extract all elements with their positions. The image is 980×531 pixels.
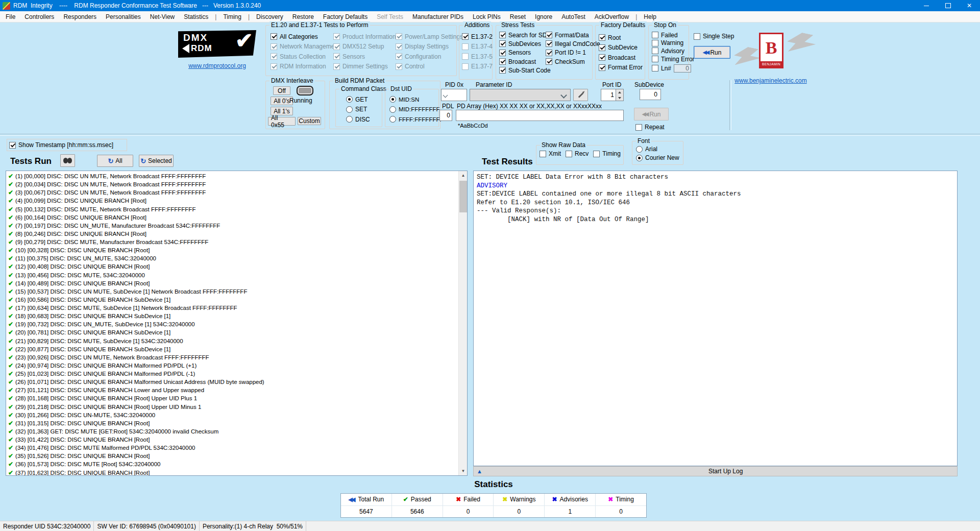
startup-log-bar[interactable]: ▲ Start Up Log [473, 466, 958, 476]
test-category-checkbox[interactable]: DMX512 Setup [333, 42, 396, 52]
test-category-checkbox[interactable]: Display Settings [396, 42, 463, 52]
stress-test-checkbox[interactable]: Illegal CmdCode [546, 39, 600, 48]
menu-item[interactable]: AutoTest [557, 11, 590, 22]
test-run-item[interactable]: ✔ (15) [00,537] DISC: DISC UN MUTE, SubD… [6, 287, 467, 296]
test-run-item[interactable]: ✔ (36) [01,573] DISC: DISC MUTE [Root] 5… [6, 460, 467, 468]
command-class-radio[interactable]: SET [346, 105, 370, 115]
test-run-item[interactable]: ✔ (3) [00,067] DISC: DISC UN MUTE, Netwo… [6, 188, 467, 197]
test-run-item[interactable]: ✔ (25) [01,023] DISC: DISC UNIQUE BRANCH… [6, 370, 467, 378]
rerun-all-button[interactable]: ↻ All [97, 155, 133, 167]
test-run-item[interactable]: ✔ (32) [01,363] GET: DISC MUTE [GET:Root… [6, 427, 467, 436]
addition-checkbox[interactable]: E1.37-7 [462, 62, 493, 72]
rerun-selected-button[interactable]: ↻ Selected [139, 155, 174, 167]
test-run-item[interactable]: ✔ (9) [00,279] DISC: DISC MUTE, Manufact… [6, 238, 467, 246]
test-run-item[interactable]: ✔ (37) [01,623] DISC: DISC UNIQUE BRANCH… [6, 469, 467, 476]
parameter-edit-button[interactable] [573, 89, 588, 101]
menu-item[interactable]: Reset [505, 11, 530, 22]
port-id-stepper[interactable] [601, 89, 624, 101]
test-run-item[interactable]: ✔ (16) [00,586] DISC: DISC UNIQUE BRANCH… [6, 296, 467, 304]
test-run-item[interactable]: ✔ (12) [00,408] DISC: DISC UNIQUE BRANCH… [6, 262, 467, 271]
test-run-item[interactable]: ✔ (28) [01,168] DISC: DISC UNIQUE BRANCH… [6, 394, 467, 402]
test-category-checkbox[interactable]: Configuration [396, 52, 463, 62]
menu-item[interactable]: Restore [288, 11, 318, 22]
stress-test-checkbox[interactable]: CheckSum [546, 57, 600, 66]
minimize-button[interactable] [916, 0, 937, 11]
test-run-item[interactable]: ✔ (24) [00,974] DISC: DISC UNIQUE BRANCH… [6, 361, 467, 370]
interleave-button[interactable]: All 0x55 [268, 117, 296, 126]
menu-item[interactable]: | [246, 11, 252, 22]
subdevice-field[interactable] [640, 89, 661, 100]
test-run-item[interactable]: ✔ (13) [00,456] DISC: DISC MUTE, 534C:32… [6, 271, 467, 279]
test-category-checkbox[interactable]: RDM Information [271, 62, 339, 72]
addition-checkbox[interactable]: E1.37-5 [462, 52, 493, 62]
interleave-button[interactable]: Off [273, 86, 290, 95]
command-class-radio[interactable]: GET [346, 94, 370, 105]
menu-item[interactable]: Controllers [20, 11, 59, 22]
test-run-item[interactable]: ✔ (30) [01,266] DISC: DISC UN-MUTE, 534C… [6, 411, 467, 419]
dst-uid-radio[interactable]: MID:SN [389, 94, 444, 105]
close-button[interactable]: ✕ [959, 0, 980, 11]
test-category-checkbox[interactable]: Dimmer Settings [333, 62, 396, 72]
menu-item[interactable]: Self Tests [372, 11, 408, 22]
stop-on-checkbox[interactable]: Warning [652, 39, 695, 47]
test-run-item[interactable]: ✔ (18) [00,683] DISC: DISC UNIQUE BRANCH… [6, 312, 467, 320]
test-run-item[interactable]: ✔ (22) [00,877] DISC: DISC UNIQUE BRANCH… [6, 345, 467, 353]
custom-button[interactable]: Custom [298, 117, 321, 125]
test-category-checkbox[interactable]: Product Information [333, 32, 396, 42]
test-category-checkbox[interactable]: Sensors [333, 52, 396, 62]
menu-item[interactable]: Help [639, 11, 661, 22]
test-category-checkbox[interactable]: Power/Lamp Settings [396, 32, 463, 42]
pdl-field[interactable] [439, 110, 452, 121]
test-category-checkbox[interactable]: Network Management [271, 42, 339, 52]
font-radio[interactable]: Arial [636, 146, 679, 153]
test-run-item[interactable]: ✔ (6) [00,164] DISC: DISC UNIQUE BRANCH … [6, 213, 467, 222]
pd-array-field[interactable] [456, 110, 624, 121]
raw-data-checkbox[interactable]: Timing [593, 150, 621, 157]
stress-test-checkbox[interactable]: Sensors [499, 49, 551, 57]
tests-list-scrollbar[interactable]: ▲ ▼ [458, 171, 467, 475]
stop-on-checkbox[interactable]: Failed [652, 31, 695, 39]
test-run-item[interactable]: ✔ (35) [01,526] DISC: DISC UNIQUE BRANCH… [6, 452, 467, 460]
maximize-button[interactable] [937, 0, 959, 11]
stress-test-checkbox[interactable]: Format/Data [546, 31, 600, 39]
test-category-checkbox[interactable]: All Categories [271, 32, 339, 42]
parameter-id-combobox[interactable] [470, 89, 571, 101]
test-run-item[interactable]: ✔ (8) [00,246] DISC: DISC UNIQUE BRANCH … [6, 230, 467, 238]
tests-run-list[interactable]: ✔ (1) [00,000] DISC: DISC UN MUTE, Netwo… [6, 171, 468, 476]
test-run-item[interactable]: ✔ (1) [00,000] DISC: DISC UN MUTE, Netwo… [6, 172, 467, 180]
test-run-item[interactable]: ✔ (29) [01,218] DISC: DISC UNIQUE BRANCH… [6, 403, 467, 411]
raw-data-checkbox[interactable]: Recv [566, 150, 589, 157]
test-run-item[interactable]: ✔ (17) [00,634] DISC: DISC MUTE, SubDevi… [6, 304, 467, 312]
menu-item[interactable]: Ignore [530, 11, 557, 22]
menu-item[interactable]: Timing [218, 11, 246, 22]
scroll-up-button[interactable]: ▲ [459, 171, 468, 180]
dst-uid-radio[interactable]: MID:FFFFFFFF [389, 105, 444, 115]
stop-on-checkbox[interactable]: Timing Error [652, 55, 695, 63]
test-run-item[interactable]: ✔ (7) [00,197] DISC: DISC UN_MUTE, Manuf… [6, 222, 467, 230]
menu-item[interactable]: Personalities [101, 11, 145, 22]
show-timestamp-row[interactable]: Show Timestamp [hh:mm:ss.msec] [9, 141, 113, 149]
menu-item[interactable]: Discovery [252, 11, 288, 22]
run-button[interactable]: ◀◀ Run [694, 46, 730, 59]
test-run-item[interactable]: ✔ (26) [01,071] DISC: DISC UNIQUE BRANCH… [6, 378, 467, 386]
menu-item[interactable]: Manufacturer PIDs [408, 11, 468, 22]
menu-item[interactable]: File [1, 11, 20, 22]
stress-test-checkbox[interactable]: SubDevices [499, 39, 551, 48]
spin-down-button[interactable] [616, 95, 623, 101]
command-class-radio[interactable]: DISC [346, 114, 370, 125]
menu-item[interactable]: AckOverflow [590, 11, 633, 22]
stress-test-checkbox[interactable]: Broadcast [499, 57, 551, 66]
test-run-item[interactable]: ✔ (19) [00,732] DISC: DISC UN_MUTE, SubD… [6, 320, 467, 328]
stress-test-checkbox[interactable]: Search for SDs [499, 31, 551, 39]
menu-item[interactable]: | [213, 11, 218, 22]
stress-test-checkbox[interactable]: Port ID != 1 [546, 49, 600, 57]
test-run-item[interactable]: ✔ (5) [00,132] DISC: DISC MUTE, Network … [6, 205, 467, 213]
factory-default-checkbox[interactable]: SubDevice [599, 43, 643, 53]
menu-item[interactable]: Net-View [145, 11, 179, 22]
port-id-field[interactable] [601, 89, 616, 101]
test-run-item[interactable]: ✔ (2) [00,034] DISC: DISC UN MUTE, Netwo… [6, 180, 467, 188]
repeat-row[interactable]: Repeat [635, 124, 665, 131]
test-run-item[interactable]: ✔ (11) [00,375] DISC: DISC UN_MUTE, 534C… [6, 254, 467, 262]
addition-checkbox[interactable]: E1.37-2 [462, 32, 493, 42]
test-run-item[interactable]: ✔ (31) [01,315] DISC: DISC UNIQUE BRANCH… [6, 419, 467, 427]
